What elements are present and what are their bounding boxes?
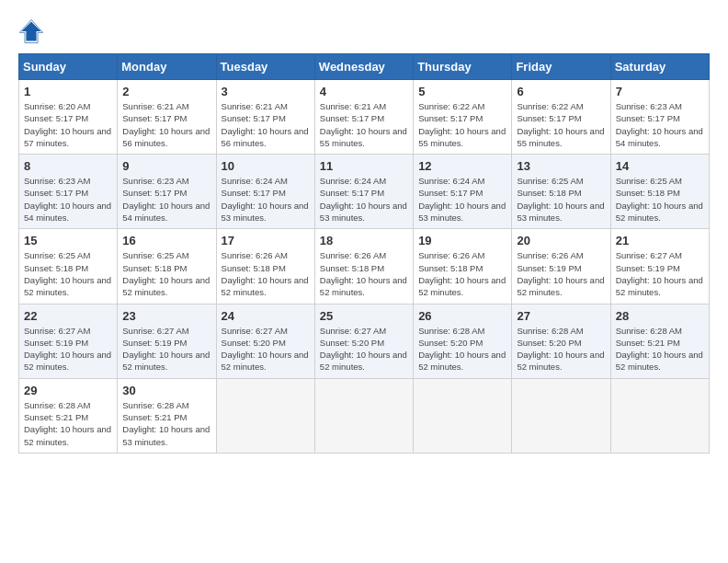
day-info: Sunrise: 6:21 AM Sunset: 5:17 PM Dayligh…: [122, 100, 210, 149]
day-info: Sunrise: 6:28 AM Sunset: 5:21 PM Dayligh…: [616, 325, 704, 373]
day-number: 22: [24, 309, 112, 323]
calendar-cell: 26 Sunrise: 6:28 AM Sunset: 5:20 PM Dayl…: [414, 304, 512, 378]
day-number: 15: [24, 234, 112, 247]
day-number: 7: [616, 85, 704, 98]
day-number: 4: [320, 85, 408, 98]
day-number: 10: [222, 159, 310, 173]
calendar-cell: 21 Sunrise: 6:27 AM Sunset: 5:19 PM Dayl…: [610, 229, 709, 304]
day-number: 24: [222, 309, 310, 323]
day-info: Sunrise: 6:28 AM Sunset: 5:21 PM Dayligh…: [122, 399, 210, 448]
calendar-week-5: 29 Sunrise: 6:28 AM Sunset: 5:21 PM Dayl…: [19, 378, 710, 453]
day-info: Sunrise: 6:25 AM Sunset: 5:18 PM Dayligh…: [517, 175, 605, 224]
calendar-cell: 9 Sunrise: 6:23 AM Sunset: 5:17 PM Dayli…: [118, 155, 216, 229]
day-info: Sunrise: 6:27 AM Sunset: 5:19 PM Dayligh…: [616, 249, 704, 298]
day-number: 12: [418, 159, 506, 173]
day-info: Sunrise: 6:21 AM Sunset: 5:17 PM Dayligh…: [222, 100, 310, 149]
day-number: 11: [320, 159, 408, 173]
calendar-header: SundayMondayTuesdayWednesdayThursdayFrid…: [19, 54, 710, 80]
day-info: Sunrise: 6:25 AM Sunset: 5:18 PM Dayligh…: [24, 249, 112, 298]
day-info: Sunrise: 6:20 AM Sunset: 5:17 PM Dayligh…: [24, 100, 112, 149]
day-info: Sunrise: 6:28 AM Sunset: 5:20 PM Dayligh…: [418, 325, 506, 373]
day-number: 2: [122, 85, 210, 98]
calendar-cell: [512, 378, 610, 453]
calendar-week-1: 1 Sunrise: 6:20 AM Sunset: 5:17 PM Dayli…: [19, 80, 710, 155]
day-info: Sunrise: 6:21 AM Sunset: 5:17 PM Dayligh…: [320, 100, 408, 149]
day-info: Sunrise: 6:25 AM Sunset: 5:18 PM Dayligh…: [122, 249, 210, 298]
calendar-cell: [414, 378, 512, 453]
calendar-cell: 14 Sunrise: 6:25 AM Sunset: 5:18 PM Dayl…: [610, 155, 709, 229]
day-number: 14: [616, 159, 704, 173]
calendar-cell: 13 Sunrise: 6:25 AM Sunset: 5:18 PM Dayl…: [512, 155, 610, 229]
calendar-cell: 2 Sunrise: 6:21 AM Sunset: 5:17 PM Dayli…: [118, 80, 216, 155]
day-info: Sunrise: 6:24 AM Sunset: 5:17 PM Dayligh…: [418, 175, 506, 224]
calendar-cell: [610, 378, 709, 453]
day-info: Sunrise: 6:27 AM Sunset: 5:20 PM Dayligh…: [320, 325, 408, 373]
calendar-cell: 29 Sunrise: 6:28 AM Sunset: 5:21 PM Dayl…: [19, 378, 118, 453]
day-number: 13: [517, 159, 605, 173]
header-day-friday: Friday: [512, 54, 610, 80]
calendar-cell: 10 Sunrise: 6:24 AM Sunset: 5:17 PM Dayl…: [216, 155, 314, 229]
day-info: Sunrise: 6:24 AM Sunset: 5:17 PM Dayligh…: [222, 175, 310, 224]
day-number: 19: [418, 234, 506, 247]
header-day-wednesday: Wednesday: [314, 54, 413, 80]
calendar-cell: 15 Sunrise: 6:25 AM Sunset: 5:18 PM Dayl…: [19, 229, 118, 304]
header-day-tuesday: Tuesday: [216, 54, 314, 80]
day-number: 28: [616, 309, 704, 323]
page-header: [18, 18, 710, 44]
header-day-saturday: Saturday: [610, 54, 709, 80]
header-day-monday: Monday: [118, 54, 216, 80]
calendar-cell: 1 Sunrise: 6:20 AM Sunset: 5:17 PM Dayli…: [19, 80, 118, 155]
day-info: Sunrise: 6:26 AM Sunset: 5:18 PM Dayligh…: [222, 249, 310, 298]
calendar-week-3: 15 Sunrise: 6:25 AM Sunset: 5:18 PM Dayl…: [19, 229, 710, 304]
calendar-cell: 8 Sunrise: 6:23 AM Sunset: 5:17 PM Dayli…: [19, 155, 118, 229]
calendar-cell: 3 Sunrise: 6:21 AM Sunset: 5:17 PM Dayli…: [216, 80, 314, 155]
day-info: Sunrise: 6:26 AM Sunset: 5:18 PM Dayligh…: [418, 249, 506, 298]
day-info: Sunrise: 6:26 AM Sunset: 5:19 PM Dayligh…: [517, 249, 605, 298]
day-number: 26: [418, 309, 506, 323]
day-number: 20: [517, 234, 605, 247]
day-number: 16: [122, 234, 210, 247]
calendar-body: 1 Sunrise: 6:20 AM Sunset: 5:17 PM Dayli…: [19, 80, 710, 454]
day-number: 30: [122, 384, 210, 397]
calendar-cell: 27 Sunrise: 6:28 AM Sunset: 5:20 PM Dayl…: [512, 304, 610, 378]
calendar-cell: 28 Sunrise: 6:28 AM Sunset: 5:21 PM Dayl…: [610, 304, 709, 378]
day-number: 6: [517, 85, 605, 98]
header-day-sunday: Sunday: [19, 54, 118, 80]
day-info: Sunrise: 6:26 AM Sunset: 5:18 PM Dayligh…: [320, 249, 408, 298]
header-row: SundayMondayTuesdayWednesdayThursdayFrid…: [19, 54, 710, 80]
calendar-cell: 11 Sunrise: 6:24 AM Sunset: 5:17 PM Dayl…: [314, 155, 413, 229]
day-info: Sunrise: 6:22 AM Sunset: 5:17 PM Dayligh…: [517, 100, 605, 149]
header-day-thursday: Thursday: [414, 54, 512, 80]
calendar-cell: 30 Sunrise: 6:28 AM Sunset: 5:21 PM Dayl…: [118, 378, 216, 453]
calendar-week-2: 8 Sunrise: 6:23 AM Sunset: 5:17 PM Dayli…: [19, 155, 710, 229]
calendar-cell: 22 Sunrise: 6:27 AM Sunset: 5:19 PM Dayl…: [19, 304, 118, 378]
day-info: Sunrise: 6:23 AM Sunset: 5:17 PM Dayligh…: [24, 175, 112, 224]
day-info: Sunrise: 6:27 AM Sunset: 5:20 PM Dayligh…: [222, 325, 310, 373]
calendar-week-4: 22 Sunrise: 6:27 AM Sunset: 5:19 PM Dayl…: [19, 304, 710, 378]
day-info: Sunrise: 6:24 AM Sunset: 5:17 PM Dayligh…: [320, 175, 408, 224]
calendar-cell: [314, 378, 413, 453]
day-info: Sunrise: 6:23 AM Sunset: 5:17 PM Dayligh…: [616, 100, 704, 149]
calendar-cell: 20 Sunrise: 6:26 AM Sunset: 5:19 PM Dayl…: [512, 229, 610, 304]
calendar-cell: 6 Sunrise: 6:22 AM Sunset: 5:17 PM Dayli…: [512, 80, 610, 155]
day-info: Sunrise: 6:23 AM Sunset: 5:17 PM Dayligh…: [122, 175, 210, 224]
calendar-cell: 23 Sunrise: 6:27 AM Sunset: 5:19 PM Dayl…: [118, 304, 216, 378]
day-number: 9: [122, 159, 210, 173]
calendar-cell: 4 Sunrise: 6:21 AM Sunset: 5:17 PM Dayli…: [314, 80, 413, 155]
calendar-cell: 16 Sunrise: 6:25 AM Sunset: 5:18 PM Dayl…: [118, 229, 216, 304]
day-number: 21: [616, 234, 704, 247]
calendar-cell: [216, 378, 314, 453]
calendar-cell: 12 Sunrise: 6:24 AM Sunset: 5:17 PM Dayl…: [414, 155, 512, 229]
calendar-cell: 24 Sunrise: 6:27 AM Sunset: 5:20 PM Dayl…: [216, 304, 314, 378]
calendar-cell: 19 Sunrise: 6:26 AM Sunset: 5:18 PM Dayl…: [414, 229, 512, 304]
calendar-cell: 7 Sunrise: 6:23 AM Sunset: 5:17 PM Dayli…: [610, 80, 709, 155]
day-number: 18: [320, 234, 408, 247]
day-info: Sunrise: 6:28 AM Sunset: 5:21 PM Dayligh…: [24, 399, 112, 448]
calendar-table: SundayMondayTuesdayWednesdayThursdayFrid…: [18, 53, 710, 454]
day-number: 8: [24, 159, 112, 173]
day-number: 5: [418, 85, 506, 98]
day-info: Sunrise: 6:27 AM Sunset: 5:19 PM Dayligh…: [122, 325, 210, 373]
day-info: Sunrise: 6:25 AM Sunset: 5:18 PM Dayligh…: [616, 175, 704, 224]
day-number: 17: [222, 234, 310, 247]
day-number: 27: [517, 309, 605, 323]
